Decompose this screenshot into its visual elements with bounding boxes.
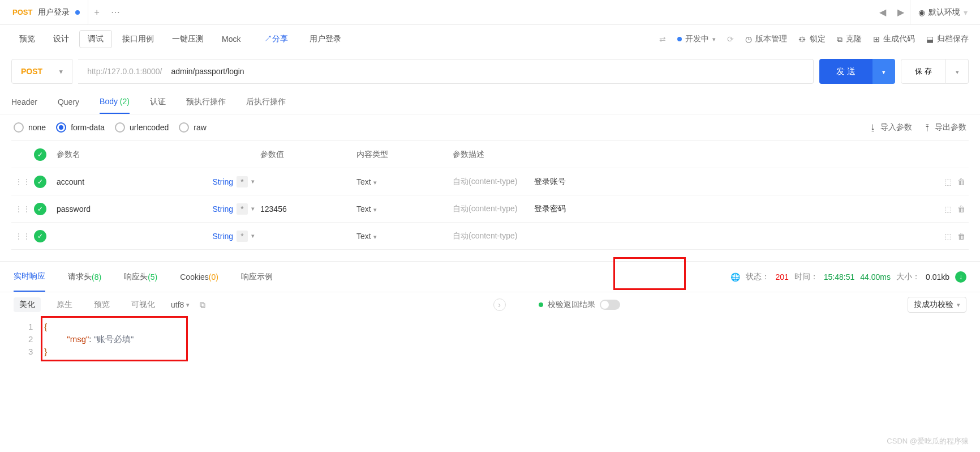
verify-toggle[interactable]: [600, 300, 620, 310]
line-numbers: 123: [28, 321, 44, 358]
view-raw[interactable]: 原生: [51, 297, 78, 312]
resp-tab-example[interactable]: 响应示例: [241, 262, 273, 292]
download-icon[interactable]: ↓: [955, 271, 966, 283]
drag-icon[interactable]: ⋮⋮: [11, 204, 34, 214]
lock-button[interactable]: ⯐锁定: [798, 34, 826, 44]
resp-tab-cookies[interactable]: Cookies(0): [180, 262, 218, 292]
check-icon[interactable]: ✓: [34, 203, 46, 215]
save-button[interactable]: 保 存: [901, 59, 946, 84]
subtab-pre[interactable]: 预执行操作: [186, 89, 226, 114]
check-icon[interactable]: ✓: [34, 176, 46, 188]
type-selector[interactable]: String*▾: [204, 203, 260, 215]
share-link[interactable]: ↗分享: [256, 31, 296, 48]
drag-icon[interactable]: ⋮⋮: [11, 177, 34, 186]
save-dropdown[interactable]: ▾: [946, 59, 969, 84]
type-selector[interactable]: String*▾: [204, 176, 260, 187]
request-tab[interactable]: POST 用户登录: [5, 0, 88, 24]
param-desc[interactable]: 自动(content-type)登录密码: [453, 204, 935, 214]
col-value: 参数值: [260, 150, 356, 160]
check-icon[interactable]: ✓: [34, 230, 46, 242]
verify-button[interactable]: 按成功校验▾: [908, 297, 966, 313]
sync-icon[interactable]: ⟳: [727, 35, 734, 44]
expand-icon[interactable]: ›: [493, 299, 506, 311]
param-name[interactable]: account: [57, 177, 204, 186]
mode-mock[interactable]: Mock: [214, 31, 248, 47]
environment-selector[interactable]: ◉ 默认环境 ▾: [910, 0, 975, 24]
param-value[interactable]: 123456: [260, 204, 356, 214]
delete-icon[interactable]: 🗑: [957, 177, 965, 186]
drag-icon[interactable]: ⋮⋮: [11, 232, 34, 241]
radio-none[interactable]: none: [14, 122, 46, 133]
response-body[interactable]: { "msg": "账号必填" }: [44, 321, 134, 358]
chevron-down-icon: ▾: [59, 68, 63, 75]
archive-button[interactable]: ⬓归档保存: [926, 34, 969, 44]
mode-preview[interactable]: 预览: [11, 31, 43, 48]
prev-icon[interactable]: ◀: [874, 7, 892, 18]
subtab-post[interactable]: 后执行操作: [246, 89, 286, 114]
env-label: 默认环境: [929, 7, 960, 18]
mode-design[interactable]: 设计: [45, 31, 77, 48]
subtab-body[interactable]: Body (2): [100, 89, 130, 114]
archive-icon: ⬓: [926, 35, 934, 44]
mode-cases[interactable]: 接口用例: [114, 31, 162, 48]
method-selector[interactable]: POST ▾: [11, 59, 72, 84]
next-icon[interactable]: ▶: [892, 7, 910, 18]
delete-icon[interactable]: 🗑: [957, 204, 965, 214]
col-ctype: 内容类型: [356, 150, 453, 160]
dev-status[interactable]: 开发中▾: [677, 34, 716, 44]
type-selector[interactable]: String*▾: [204, 231, 260, 242]
param-desc[interactable]: 自动(content-type): [453, 231, 935, 241]
subtab-header[interactable]: Header: [11, 89, 37, 114]
subtab-auth[interactable]: 认证: [150, 89, 166, 114]
cube-icon[interactable]: ⬚: [944, 177, 952, 186]
gencode-button[interactable]: ⊞生成代码: [873, 34, 915, 44]
send-button[interactable]: 发 送: [819, 59, 872, 84]
copy-icon[interactable]: ⧉: [200, 300, 205, 310]
param-row: ⋮⋮ ✓ account String*▾ Text ▾ 自动(content-…: [11, 168, 969, 195]
radio-formdata[interactable]: form-data: [56, 122, 105, 133]
view-preview[interactable]: 预览: [88, 297, 115, 312]
clone-button[interactable]: ⧉克隆: [837, 34, 862, 44]
add-tab-icon[interactable]: +: [88, 7, 105, 18]
cube-icon[interactable]: ⬚: [944, 204, 952, 214]
copy-icon: ⧉: [837, 35, 843, 44]
breadcrumb: 用户登录: [298, 34, 353, 44]
download-icon: ⭳: [869, 123, 877, 132]
mode-debug[interactable]: 调试: [79, 30, 112, 48]
delete-icon[interactable]: 🗑: [957, 232, 965, 241]
url-input[interactable]: http://127.0.0.1:8000/ admin/passport/lo…: [78, 59, 814, 84]
view-visual[interactable]: 可视化: [126, 297, 161, 312]
eye-icon: ◉: [918, 8, 925, 17]
radio-raw[interactable]: raw: [179, 122, 207, 133]
globe-icon: 🌐: [730, 272, 740, 282]
import-params[interactable]: ⭳导入参数: [869, 122, 912, 133]
duration-value: 44.00ms: [860, 272, 891, 282]
size-label: 大小：: [896, 272, 920, 282]
param-row: ⋮⋮ ✓ password String*▾ 123456 Text ▾ 自动(…: [11, 195, 969, 223]
text-selector[interactable]: Text ▾: [356, 204, 453, 214]
lock-icon: ⯐: [798, 35, 806, 44]
encoding-selector[interactable]: utf8▾: [171, 300, 190, 309]
text-selector[interactable]: Text ▾: [356, 232, 453, 241]
wrap-icon[interactable]: ⇄: [659, 35, 666, 44]
view-pretty[interactable]: 美化: [14, 297, 41, 312]
param-name[interactable]: password: [57, 204, 204, 214]
param-row: ⋮⋮ ✓ String*▾ Text ▾ 自动(content-type) ⬚🗑: [11, 223, 969, 250]
subtab-query[interactable]: Query: [58, 89, 79, 114]
version-button[interactable]: ◷版本管理: [745, 34, 787, 44]
resp-tab-reqh[interactable]: 请求头(8): [68, 262, 101, 292]
col-name: 参数名: [57, 150, 204, 160]
radio-urlencoded[interactable]: urlencoded: [115, 122, 169, 133]
send-dropdown[interactable]: ▾: [872, 59, 895, 84]
resp-tab-resph[interactable]: 响应头(5): [124, 262, 157, 292]
method-value: POST: [21, 67, 42, 76]
param-desc[interactable]: 自动(content-type)登录账号: [453, 177, 935, 187]
mode-stress[interactable]: 一键压测: [164, 31, 212, 48]
size-value: 0.01kb: [926, 272, 949, 282]
resp-tab-live[interactable]: 实时响应: [14, 262, 45, 292]
export-params[interactable]: ⭱导出参数: [923, 122, 966, 133]
cube-icon[interactable]: ⬚: [944, 232, 952, 241]
more-tabs-icon[interactable]: ⋯: [105, 7, 126, 18]
text-selector[interactable]: Text ▾: [356, 177, 453, 186]
check-all-icon[interactable]: ✓: [34, 148, 46, 161]
